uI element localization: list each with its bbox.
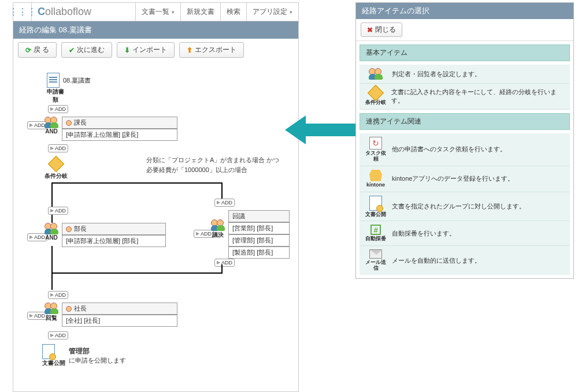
connector-line — [51, 272, 53, 290]
item-docpub[interactable]: 文書公開 文書を指定されたグループに対し公開します。 — [360, 192, 570, 222]
diamond-icon — [48, 156, 64, 172]
next-button[interactable]: ✔次に進む — [61, 42, 112, 58]
close-button[interactable]: ✖閉じる — [361, 23, 402, 37]
top-menu: 文書一覧▾ 新規文書 検索 アプリ設定▾ — [135, 3, 298, 21]
flow-publish-node[interactable]: 文書公開 管理部 に申請を公開します — [42, 344, 126, 367]
flow-council-node[interactable]: 議決 回議 [営業部] [部長] [管理部] [部長] [製造部] [部長] — [211, 210, 290, 259]
flow-approver-1[interactable]: AND 課長 [申請部署上位階層] [課長] — [45, 117, 177, 141]
connector-line — [51, 182, 53, 223]
add-point[interactable]: ADD — [48, 143, 68, 152]
item-mail[interactable]: メール送信 メールを自動的に送信します。 — [360, 246, 570, 275]
export-icon: ⬆ — [187, 46, 192, 54]
item-branch[interactable]: 条件分岐 文書に記入された内容をキーにして、経路の分岐を行います。 — [360, 84, 570, 110]
topbar: ⋮⋮⋮ Collaboflow 文書一覧▾ 新規文書 検索 アプリ設定▾ — [13, 3, 298, 21]
refresh-icon: ⟳ — [25, 46, 31, 54]
titlebar: 経路の編集 08.稟議書 — [13, 21, 298, 39]
flow-branch-node[interactable]: 条件分岐 — [45, 158, 68, 180]
item-approver[interactable]: 判定者・回覧者を設定します。 — [360, 65, 570, 84]
diamond-icon — [367, 85, 383, 101]
add-point[interactable]: ADD — [48, 104, 68, 113]
doc-title: 08.稟議書 — [63, 76, 91, 85]
connector-line — [51, 182, 223, 184]
item-selection-popup: 経路アイテムの選択 ✖閉じる 基本アイテム 判定者・回覧者を設定します。 条件分… — [355, 2, 574, 279]
connector-line — [221, 264, 223, 272]
kintone-icon — [369, 170, 382, 181]
flow-approver-2[interactable]: AND 部長 [申請部署上位階層] [部長] — [45, 223, 166, 247]
chevron-down-icon: ▾ — [172, 9, 175, 15]
menu-new-doc[interactable]: 新規文書 — [180, 3, 220, 21]
apps-grid-icon[interactable]: ⋮⋮⋮ — [13, 3, 32, 21]
add-point[interactable]: ADD — [214, 257, 235, 267]
check-icon: ✔ — [69, 46, 75, 54]
flow-reviewer-node[interactable]: 回覧 社長 [全社] [社長] — [45, 303, 177, 327]
menu-search[interactable]: 検索 — [220, 3, 246, 21]
item-autonum[interactable]: #自動採番 自動採番を行います。 — [360, 221, 570, 246]
flow-canvas: 08.稟議書 申請書類 ADD ADD AND 課長 [申請部署上位階層] [課… — [13, 61, 298, 392]
popup-bar: ✖閉じる — [356, 19, 573, 41]
export-button[interactable]: ⬆エクスポート — [179, 42, 244, 58]
item-task[interactable]: タスク依頼 他の申請書へのタスク依頼を行います。 — [360, 133, 570, 166]
big-left-arrow — [285, 115, 363, 144]
import-icon: ⬇ — [124, 46, 130, 54]
item-kintone[interactable]: kintone kintoneアプリへのデータ登録を行います。 — [360, 166, 570, 192]
brand-logo: Collaboflow — [32, 6, 135, 18]
mail-icon — [369, 249, 382, 259]
main-window: ⋮⋮⋮ Collaboflow 文書一覧▾ 新規文書 検索 アプリ設定▾ 経路の… — [13, 2, 299, 392]
back-button[interactable]: ⟳戻 る — [18, 42, 57, 58]
popup-title: 経路アイテムの選択 — [356, 3, 573, 19]
close-icon: ✖ — [367, 26, 373, 34]
document-icon — [47, 73, 60, 88]
import-button[interactable]: ⬇インポート — [117, 42, 175, 58]
menu-app-settings[interactable]: アプリ設定▾ — [246, 3, 298, 21]
add-point[interactable]: ADD — [48, 206, 68, 215]
chevron-down-icon: ▾ — [290, 9, 292, 15]
add-point[interactable]: ADD — [214, 197, 235, 207]
branch-condition-text: 分類に「プロジェクトA」が含まれる場合 かつ必要経費が「1000000」以上の場… — [146, 155, 279, 174]
menu-documents[interactable]: 文書一覧▾ — [135, 3, 180, 21]
add-point[interactable]: ADD — [48, 290, 68, 299]
connector-line — [51, 272, 223, 274]
document-publish-icon — [42, 344, 55, 359]
doc-label: 申請書類 — [47, 88, 64, 104]
toolbar: ⟳戻 る ✔次に進む ⬇インポート ⬆エクスポート — [13, 39, 298, 61]
add-point[interactable]: ADD — [48, 330, 68, 339]
hash-icon: # — [370, 225, 381, 235]
task-icon — [369, 137, 382, 150]
document-publish-icon — [369, 196, 382, 211]
flow-doc-node[interactable]: 08.稟議書 申請書類 — [47, 73, 91, 104]
section-integration-head: 連携アイテム関連 — [360, 113, 570, 130]
section-basic-head: 基本アイテム — [360, 44, 570, 61]
